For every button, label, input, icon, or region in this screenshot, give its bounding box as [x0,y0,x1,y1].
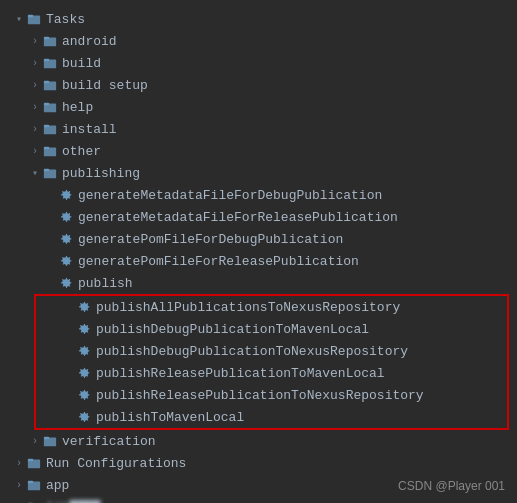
install-label: install [62,122,117,137]
tree-item-lib[interactable]: › lib████ [4,496,513,503]
publish-debug-maven-local-label: publishDebugPublicationToMavenLocal [96,322,369,337]
publish-release-nexus-label: publishReleasePublicationToNexusReposito… [96,388,424,403]
svg-rect-11 [44,125,49,128]
svg-rect-13 [44,147,49,150]
arrow-build: › [28,56,42,70]
svg-rect-5 [44,59,49,62]
publish-release-maven-local-label: publishReleasePublicationToMavenLocal [96,366,385,381]
tree-item-publishing[interactable]: ▾ publishing [4,162,513,184]
svg-rect-19 [28,459,33,462]
arrow-android: › [28,34,42,48]
publish-to-maven-local-label: publishToMavenLocal [96,410,244,425]
tree-item-gen-metadata-release[interactable]: generateMetadataFileForReleasePublicatio… [4,206,513,228]
arrow-app: › [12,478,26,492]
folder-icon-lib [26,499,42,503]
folder-icon-help [42,99,58,115]
verification-label: verification [62,434,156,449]
tree-item-publish[interactable]: publish [4,272,513,294]
gen-metadata-release-label: generateMetadataFileForReleasePublicatio… [78,210,398,225]
tree-item-gen-metadata-debug[interactable]: generateMetadataFileForDebugPublication [4,184,513,206]
arrow-help: › [28,100,42,114]
app-label: app [46,478,69,493]
tree-item-publish-to-maven-local[interactable]: publishToMavenLocal [36,406,507,428]
tree-item-gen-pom-release[interactable]: generatePomFileForReleasePublication [4,250,513,272]
gear-icon-publish-release-nexus [76,387,92,403]
gear-icon-publish-release-maven-local [76,365,92,381]
arrow-verification: › [28,434,42,448]
gear-icon-publish-all-nexus [76,299,92,315]
folder-icon-tasks [26,11,42,27]
arrow-other: › [28,144,42,158]
publish-all-nexus-label: publishAllPublicationsToNexusRepository [96,300,400,315]
tree-item-publish-all-nexus[interactable]: publishAllPublicationsToNexusRepository [36,296,507,318]
folder-icon-run-configurations [26,455,42,471]
tree-item-other[interactable]: › other [4,140,513,162]
tree-item-help[interactable]: › help [4,96,513,118]
folder-icon-build-setup [42,77,58,93]
arrow-install: › [28,122,42,136]
folder-icon-verification [42,433,58,449]
tree-item-publish-release-maven-local[interactable]: publishReleasePublicationToMavenLocal [36,362,507,384]
svg-rect-1 [28,15,33,18]
folder-icon-build [42,55,58,71]
tree-item-publish-release-nexus[interactable]: publishReleasePublicationToNexusReposito… [36,384,507,406]
gear-icon-gen-metadata-debug [58,187,74,203]
tree-item-publish-debug-nexus[interactable]: publishDebugPublicationToNexusRepository [36,340,507,362]
folder-icon-install [42,121,58,137]
highlight-region: publishAllPublicationsToNexusRepository … [34,294,509,430]
svg-rect-15 [44,169,49,172]
build-label: build [62,56,101,71]
tasks-label: Tasks [46,12,85,27]
gear-icon-publish-debug-nexus [76,343,92,359]
run-configurations-label: Run Configurations [46,456,186,471]
arrow-tasks: ▾ [12,12,26,26]
folder-icon-app [26,477,42,493]
tree-item-gen-pom-debug[interactable]: generatePomFileForDebugPublication [4,228,513,250]
folder-icon-publishing [42,165,58,181]
folder-icon-android [42,33,58,49]
svg-rect-7 [44,81,49,84]
gear-icon-publish-debug-maven-local [76,321,92,337]
arrow-run-configurations: › [12,456,26,470]
arrow-publishing: ▾ [28,166,42,180]
help-label: help [62,100,93,115]
tree-item-run-configurations[interactable]: › Run Configurations [4,452,513,474]
tree-item-publish-debug-maven-local[interactable]: publishDebugPublicationToMavenLocal [36,318,507,340]
gear-icon-publish [58,275,74,291]
tree-item-tasks[interactable]: ▾ Tasks [4,8,513,30]
folder-icon-other [42,143,58,159]
tree-container: ▾ Tasks › android › build [0,0,517,503]
tree-item-build-setup[interactable]: › build setup [4,74,513,96]
android-label: android [62,34,117,49]
gen-metadata-debug-label: generateMetadataFileForDebugPublication [78,188,382,203]
svg-rect-9 [44,103,49,106]
gen-pom-debug-label: generatePomFileForDebugPublication [78,232,343,247]
tree-item-build[interactable]: › build [4,52,513,74]
publish-label: publish [78,276,133,291]
tree-item-install[interactable]: › install [4,118,513,140]
svg-rect-21 [28,481,33,484]
publishing-label: publishing [62,166,140,181]
gear-icon-gen-metadata-release [58,209,74,225]
watermark: CSDN @Player 001 [398,479,505,493]
publish-debug-nexus-label: publishDebugPublicationToNexusRepository [96,344,408,359]
gear-icon-publish-to-maven-local [76,409,92,425]
lib-label: lib████ [46,500,101,504]
gear-icon-gen-pom-debug [58,231,74,247]
gear-icon-gen-pom-release [58,253,74,269]
svg-rect-17 [44,437,49,440]
arrow-build-setup: › [28,78,42,92]
tree-item-verification[interactable]: › verification [4,430,513,452]
gen-pom-release-label: generatePomFileForReleasePublication [78,254,359,269]
build-setup-label: build setup [62,78,148,93]
tree-item-android[interactable]: › android [4,30,513,52]
other-label: other [62,144,101,159]
svg-rect-3 [44,37,49,40]
